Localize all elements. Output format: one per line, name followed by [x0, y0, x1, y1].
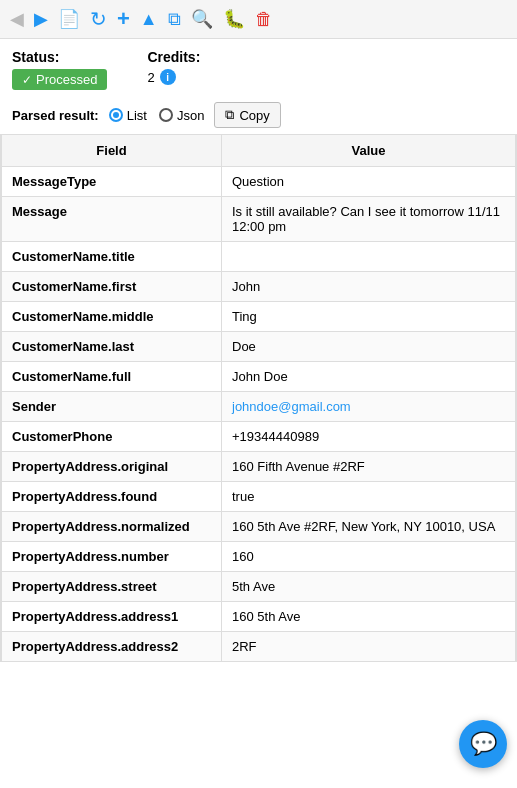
table-cell-value: John Doe: [222, 362, 516, 392]
radio-list-circle[interactable]: [109, 108, 123, 122]
table-cell-field: PropertyAddress.street: [2, 572, 222, 602]
table-row: PropertyAddress.address22RF: [2, 632, 516, 662]
radio-json-option[interactable]: Json: [159, 108, 204, 123]
table-cell-value: Doe: [222, 332, 516, 362]
table-cell-field: CustomerPhone: [2, 422, 222, 452]
table-cell-field: CustomerName.full: [2, 362, 222, 392]
table-cell-value: 160 5th Ave #2RF, New York, NY 10010, US…: [222, 512, 516, 542]
table-cell-value: 160 5th Ave: [222, 602, 516, 632]
table-cell-field: PropertyAddress.found: [2, 482, 222, 512]
table-cell-field: Sender: [2, 392, 222, 422]
radio-list-option[interactable]: List: [109, 108, 147, 123]
parsed-result-row: Parsed result: List Json ⧉ Copy: [0, 96, 517, 134]
table-cell-field: MessageType: [2, 167, 222, 197]
status-badge-text: Processed: [36, 72, 97, 87]
credits-value: 2 i: [147, 69, 200, 85]
table-cell-value: Ting: [222, 302, 516, 332]
table-cell-value: Question: [222, 167, 516, 197]
credits-label: Credits:: [147, 49, 200, 65]
table-cell-field: CustomerName.middle: [2, 302, 222, 332]
col-value-header: Value: [222, 135, 516, 167]
table-cell-value: [222, 242, 516, 272]
table-cell-value: Is it still available? Can I see it tomo…: [222, 197, 516, 242]
status-section: Status: ✓ Processed: [12, 49, 107, 90]
add-icon[interactable]: +: [117, 6, 130, 32]
table-cell-field: PropertyAddress.normalized: [2, 512, 222, 542]
data-table: Field Value MessageTypeQuestionMessageIs…: [1, 134, 516, 662]
info-icon[interactable]: i: [160, 69, 176, 85]
copy2-icon[interactable]: ⧉: [168, 9, 181, 30]
table-row: CustomerPhone+19344440989: [2, 422, 516, 452]
table-row: PropertyAddress.normalized160 5th Ave #2…: [2, 512, 516, 542]
radio-json-circle[interactable]: [159, 108, 173, 122]
bug-icon[interactable]: 🐛: [223, 8, 245, 30]
table-cell-value: +19344440989: [222, 422, 516, 452]
chat-icon: 💬: [470, 731, 497, 757]
radio-json-label: Json: [177, 108, 204, 123]
refresh-icon[interactable]: ↻: [90, 7, 107, 31]
copy-icon: ⧉: [225, 107, 234, 123]
copy-label: Copy: [239, 108, 269, 123]
table-cell-field: Message: [2, 197, 222, 242]
table-row: PropertyAddress.original160 Fifth Avenue…: [2, 452, 516, 482]
table-row: MessageIs it still available? Can I see …: [2, 197, 516, 242]
table-cell-value: true: [222, 482, 516, 512]
table-cell-field: PropertyAddress.address2: [2, 632, 222, 662]
chat-fab-button[interactable]: 💬: [459, 720, 507, 768]
search-icon[interactable]: 🔍: [191, 8, 213, 30]
credits-number: 2: [147, 70, 154, 85]
table-row: PropertyAddress.address1160 5th Ave: [2, 602, 516, 632]
delete-icon[interactable]: 🗑: [255, 9, 273, 30]
status-credits-row: Status: ✓ Processed Credits: 2 i: [0, 39, 517, 96]
table-cell-value: 5th Ave: [222, 572, 516, 602]
status-badge: ✓ Processed: [12, 69, 107, 90]
table-cell-field: CustomerName.title: [2, 242, 222, 272]
status-label: Status:: [12, 49, 107, 65]
back-icon[interactable]: ◀: [10, 8, 24, 30]
table-row: CustomerName.middleTing: [2, 302, 516, 332]
table-cell-field: PropertyAddress.original: [2, 452, 222, 482]
table-row: PropertyAddress.foundtrue: [2, 482, 516, 512]
table-row: CustomerName.title: [2, 242, 516, 272]
checkmark-icon: ✓: [22, 73, 32, 87]
table-row: CustomerName.fullJohn Doe: [2, 362, 516, 392]
table-row: PropertyAddress.number160: [2, 542, 516, 572]
table-cell-value: John: [222, 272, 516, 302]
radio-list-label: List: [127, 108, 147, 123]
parsed-result-label: Parsed result:: [12, 108, 99, 123]
col-field-header: Field: [2, 135, 222, 167]
table-row: MessageTypeQuestion: [2, 167, 516, 197]
table-cell-field: CustomerName.last: [2, 332, 222, 362]
upload-icon[interactable]: ▲: [140, 9, 158, 30]
table-row: CustomerName.firstJohn: [2, 272, 516, 302]
copy-button[interactable]: ⧉ Copy: [214, 102, 280, 128]
table-cell-field: PropertyAddress.address1: [2, 602, 222, 632]
toolbar: ◀ ▶ 📄 ↻ + ▲ ⧉ 🔍 🐛 🗑: [0, 0, 517, 39]
table-cell-value: 2RF: [222, 632, 516, 662]
email-link[interactable]: johndoe@gmail.com: [232, 399, 351, 414]
table-cell-value: 160: [222, 542, 516, 572]
table-cell-value[interactable]: johndoe@gmail.com: [222, 392, 516, 422]
table-row: PropertyAddress.street5th Ave: [2, 572, 516, 602]
table-cell-field: PropertyAddress.number: [2, 542, 222, 572]
table-cell-value: 160 Fifth Avenue #2RF: [222, 452, 516, 482]
document-icon[interactable]: 📄: [58, 8, 80, 30]
forward-icon[interactable]: ▶: [34, 8, 48, 30]
table-cell-field: CustomerName.first: [2, 272, 222, 302]
table-row: Senderjohndoe@gmail.com: [2, 392, 516, 422]
radio-group: List Json: [109, 108, 205, 123]
credits-section: Credits: 2 i: [147, 49, 200, 85]
table-row: CustomerName.lastDoe: [2, 332, 516, 362]
table-wrapper: Field Value MessageTypeQuestionMessageIs…: [0, 134, 517, 662]
